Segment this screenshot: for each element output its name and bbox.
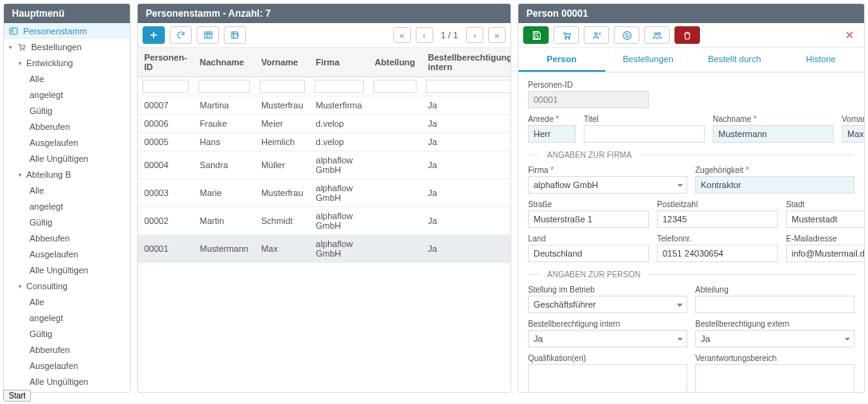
nav-filter-label: Alle	[29, 74, 44, 84]
nav-group[interactable]: ▾Consulting	[4, 278, 130, 294]
nav-filter-item[interactable]: Alle Ungültigen	[4, 151, 130, 167]
select-firma[interactable]: alphaflow GmbH	[528, 176, 687, 194]
pager-first-button[interactable]: «	[393, 27, 411, 43]
svg-point-3	[23, 49, 25, 51]
delete-button[interactable]	[674, 26, 700, 44]
label-land: Land	[528, 234, 649, 243]
nav-filter-item[interactable]: angelegt	[4, 87, 130, 103]
nav-filter-item[interactable]: Alle Ungültigen	[4, 262, 130, 278]
input-abteilung[interactable]	[695, 296, 854, 313]
nav-filter-item[interactable]: Gültig	[4, 326, 130, 342]
chevron-down-icon: ▾	[9, 44, 12, 51]
nav-filter-label: Alle Ungültigen	[29, 154, 88, 163]
input-stadt[interactable]	[786, 210, 864, 228]
add-button[interactable]	[143, 26, 165, 44]
pager-last-button[interactable]: »	[488, 27, 506, 43]
tab[interactable]: Bestellt durch	[691, 48, 778, 72]
column-filter-input[interactable]	[143, 80, 189, 93]
export-button[interactable]	[224, 26, 246, 44]
columns-button[interactable]	[197, 26, 219, 44]
input-email[interactable]	[786, 245, 864, 262]
nav-tree: Personenstamm ▾ Bestellungen ▾Entwicklun…	[4, 23, 130, 390]
column-filter-input[interactable]	[260, 80, 305, 93]
nav-bestellungen[interactable]: ▾ Bestellungen	[4, 39, 130, 55]
column-filter-input[interactable]	[198, 80, 250, 93]
person-form: Personen-ID Anrede * Herr Titel Nachname…	[518, 73, 864, 392]
select-zug[interactable]: Kontraktor	[695, 176, 854, 194]
pager-prev-button[interactable]: ‹	[416, 27, 433, 43]
input-telefon[interactable]	[657, 245, 778, 262]
textarea-qual[interactable]	[528, 364, 687, 392]
column-filter-input[interactable]	[315, 80, 364, 93]
select-anrede[interactable]: Herr	[528, 125, 576, 143]
nav-filter-label: angelegt	[29, 202, 63, 211]
group-button[interactable]	[644, 26, 670, 44]
nav-filter-item[interactable]: Alle	[4, 71, 130, 87]
tab[interactable]: Person	[518, 48, 605, 72]
save-button[interactable]	[523, 26, 549, 44]
pager-next-button[interactable]: ›	[466, 27, 483, 43]
column-header[interactable]: Vorname	[255, 48, 310, 77]
table-row[interactable]: 00001MustermannMaxalphaflow GmbHJa	[138, 235, 511, 263]
table-row[interactable]: 00005HansHeimlichd.velopJa	[138, 133, 511, 151]
column-filter-input[interactable]	[426, 80, 511, 93]
input-strasse[interactable]	[528, 210, 649, 228]
nav-filter-item[interactable]: Ausgelaufen	[4, 135, 130, 151]
table-row[interactable]: 00002MartinSchmidtalphaflow GmbHJa	[138, 207, 511, 235]
input-titel[interactable]	[584, 125, 705, 143]
nav-filter-item[interactable]: Gültig	[4, 103, 130, 119]
textarea-verant[interactable]	[695, 364, 854, 392]
refresh-button[interactable]	[170, 26, 192, 44]
nav-filter-label: Abberufen	[29, 122, 70, 131]
tab[interactable]: Bestellungen	[605, 48, 692, 72]
column-header[interactable]: Personen-ID	[138, 48, 194, 77]
nav-bestellungen-label: Bestellungen	[31, 42, 82, 52]
select-bi[interactable]: Ja	[528, 330, 687, 347]
table-cell: Ja	[421, 151, 511, 179]
tab[interactable]: Historie	[778, 48, 865, 72]
nav-filter-item[interactable]: Alle Ungültigen	[4, 374, 130, 390]
column-header[interactable]: Bestellberechtigung intern	[421, 48, 511, 77]
nav-filter-label: Alle	[29, 297, 44, 307]
assign-person-button[interactable]	[584, 26, 609, 44]
nav-group[interactable]: ▾Entwicklung	[4, 55, 130, 71]
section-firma: ANGABEN ZUR FIRMA	[528, 151, 854, 159]
table-cell: Ja	[421, 179, 511, 207]
select-be[interactable]: Ja	[695, 330, 854, 347]
input-vorname[interactable]	[842, 125, 864, 143]
table-cell: d.velop	[310, 133, 369, 151]
nav-filter-item[interactable]: Abberufen	[4, 342, 130, 358]
input-plz[interactable]	[657, 210, 778, 228]
nav-filter-item[interactable]: Gültig	[4, 214, 130, 230]
nav-filter-item[interactable]: Alle	[4, 294, 130, 310]
close-button[interactable]: ✕	[840, 29, 859, 41]
people-icon	[9, 26, 18, 36]
nav-group[interactable]: ▾Abteilung B	[4, 167, 130, 182]
column-filter-input[interactable]	[373, 80, 417, 93]
table-row[interactable]: 00004SandraMülleralphaflow GmbHJa	[138, 151, 511, 179]
nav-filter-item[interactable]: angelegt	[4, 198, 130, 214]
select-stellung[interactable]: Geschäftsführer	[528, 296, 687, 313]
nav-filter-item[interactable]: Abberufen	[4, 119, 130, 135]
input-nachname[interactable]	[713, 125, 834, 143]
input-land[interactable]	[528, 245, 649, 262]
nav-filter-item[interactable]: Alle	[4, 182, 130, 198]
label-pid: Personen-ID	[528, 80, 649, 89]
sync-button[interactable]	[614, 26, 639, 44]
column-header[interactable]: Firma	[310, 48, 369, 77]
order-button[interactable]	[553, 26, 579, 44]
nav-filter-item[interactable]: Ausgelaufen	[4, 246, 130, 262]
nav-personenstamm[interactable]: Personenstamm	[4, 23, 130, 39]
nav-filter-item[interactable]: Ausgelaufen	[4, 358, 130, 374]
table-row[interactable]: 00007MartinaMusterfrauMusterfirmaJa	[138, 96, 511, 115]
column-header[interactable]: Abteilung	[369, 48, 422, 77]
table-cell: 00001	[138, 235, 194, 263]
table-row[interactable]: 00003MarieMusterfraualphaflow GmbHJa	[138, 179, 511, 207]
column-header[interactable]: Nachname	[194, 48, 255, 77]
start-button[interactable]: Start	[3, 390, 31, 402]
table-row[interactable]: 00006FraukeMeierd.velopJa	[138, 115, 511, 133]
nav-filter-item[interactable]: angelegt	[4, 310, 130, 326]
nav-filter-item[interactable]: Abberufen	[4, 230, 130, 246]
label-telefon: Telefonnr.	[657, 234, 778, 243]
table-cell: 00005	[138, 133, 194, 151]
